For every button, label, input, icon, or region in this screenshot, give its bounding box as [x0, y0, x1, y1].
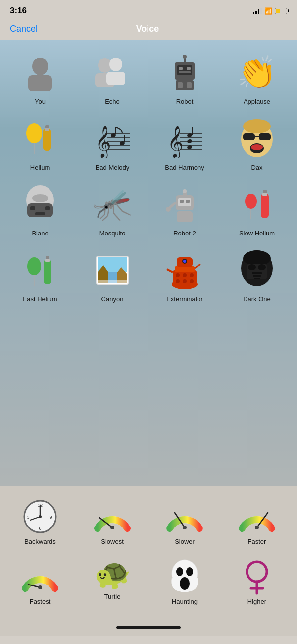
- svg-rect-8: [179, 67, 183, 70]
- svg-rect-70: [44, 259, 51, 284]
- bad-melody-icon: 𝄞: [90, 116, 135, 161]
- slowest-icon: [90, 496, 135, 536]
- svg-rect-10: [179, 71, 191, 73]
- fast-helium-label: Fast Helium: [23, 295, 57, 303]
- voice-item-applause[interactable]: 👏 Applause: [222, 45, 292, 109]
- svg-rect-44: [259, 133, 271, 140]
- speed-item-higher[interactable]: Higher: [222, 551, 292, 609]
- svg-point-112: [183, 526, 187, 529]
- voice-item-helium[interactable]: Helium: [5, 111, 75, 175]
- dax-icon: [235, 116, 279, 161]
- voice-item-robot[interactable]: Robot: [149, 45, 220, 109]
- helium-label: Helium: [30, 164, 50, 171]
- svg-rect-56: [180, 200, 184, 203]
- voice-item-blane[interactable]: Blane: [5, 177, 75, 241]
- svg-point-110: [110, 526, 114, 529]
- voice-item-bad-melody[interactable]: 𝄞 Bad Melody: [77, 111, 148, 175]
- svg-rect-5: [106, 72, 125, 85]
- svg-rect-52: [35, 212, 45, 215]
- svg-text:6: 6: [39, 526, 41, 531]
- blane-icon: [18, 182, 62, 227]
- backwards-icon: 12 9 6 3: [18, 496, 62, 536]
- speed-item-fastest[interactable]: Fastest: [5, 551, 75, 609]
- svg-point-53: [32, 194, 48, 202]
- svg-point-90: [183, 260, 186, 263]
- applause-icon: 👏: [235, 50, 279, 95]
- faster-icon: [235, 496, 279, 536]
- svg-point-114: [255, 526, 259, 529]
- svg-rect-15: [187, 82, 192, 88]
- fast-helium-icon: [18, 248, 62, 293]
- voice-item-bad-harmony[interactable]: 𝄞 Bad Harmony: [149, 111, 220, 175]
- status-icons: 📶: [253, 7, 287, 15]
- svg-point-0: [32, 58, 48, 75]
- svg-point-84: [176, 279, 180, 283]
- voice-item-robot2[interactable]: Robot 2: [149, 177, 220, 241]
- svg-text:𝄞: 𝄞: [167, 126, 184, 158]
- robot2-label: Robot 2: [173, 230, 196, 237]
- svg-text:9: 9: [50, 515, 52, 520]
- svg-point-38: [187, 139, 193, 144]
- speed-grid: 12 9 6 3 Backwards: [5, 491, 292, 549]
- turtle-icon: 🐢: [93, 556, 132, 591]
- voice-item-dax[interactable]: Dax: [222, 111, 292, 175]
- bad-melody-label: Bad Melody: [96, 164, 130, 171]
- cancel-button[interactable]: Cancel: [10, 24, 38, 34]
- voice-item-echo[interactable]: Echo: [77, 45, 148, 109]
- svg-rect-43: [243, 133, 255, 140]
- status-time: 3:16: [10, 6, 27, 16]
- bottom-grid: Fastest 🐢 Turtle H: [5, 551, 292, 609]
- svg-point-82: [183, 273, 187, 277]
- fastest-label: Fastest: [30, 598, 51, 605]
- slow-helium-label: Slow Helium: [239, 230, 275, 237]
- speed-item-slower[interactable]: Slower: [149, 491, 220, 549]
- echo-icon: [90, 50, 135, 95]
- voice-item-slow-helium[interactable]: Slow Helium: [222, 177, 292, 241]
- voice-grid: You Echo: [5, 45, 292, 307]
- robot-label: Robot: [176, 98, 194, 105]
- speed-item-backwards[interactable]: 12 9 6 3 Backwards: [5, 491, 75, 549]
- page-title: Voice: [136, 24, 159, 34]
- nav-bar: Cancel Voice: [0, 20, 297, 40]
- speed-item-haunting[interactable]: Haunting: [149, 551, 220, 609]
- helium-icon: [18, 116, 62, 161]
- canyon-icon: [90, 248, 135, 293]
- svg-rect-65: [261, 193, 269, 218]
- slowest-label: Slowest: [101, 538, 124, 545]
- turtle-label: Turtle: [104, 593, 121, 600]
- voice-item-exterminator[interactable]: Exterminator: [149, 243, 220, 307]
- svg-point-94: [243, 250, 271, 266]
- svg-rect-57: [186, 200, 190, 203]
- mosquito-icon: 🦟: [90, 182, 135, 227]
- voice-item-dark-one[interactable]: Dark One: [222, 243, 292, 307]
- svg-rect-67: [262, 193, 267, 196]
- status-bar: 3:16 📶: [0, 0, 297, 20]
- dark-one-label: Dark One: [243, 295, 271, 303]
- speed-item-faster[interactable]: Faster: [222, 491, 292, 549]
- voice-item-fast-helium[interactable]: Fast Helium: [5, 243, 75, 307]
- svg-rect-9: [187, 67, 191, 70]
- voice-item-you[interactable]: You: [5, 45, 75, 109]
- wifi-icon: 📶: [264, 7, 272, 15]
- haunting-icon: [162, 556, 207, 596]
- speed-item-slowest[interactable]: Slowest: [77, 491, 148, 549]
- svg-rect-18: [43, 128, 51, 151]
- voice-item-canyon[interactable]: Canyon: [77, 243, 148, 307]
- faster-label: Faster: [248, 538, 266, 545]
- echo-label: Echo: [105, 98, 120, 105]
- robot2-icon: [162, 182, 207, 227]
- bad-harmony-label: Bad Harmony: [165, 164, 204, 171]
- svg-point-116: [38, 585, 42, 589]
- svg-point-97: [258, 264, 266, 270]
- applause-label: Applause: [244, 98, 270, 105]
- speed-item-turtle[interactable]: 🐢 Turtle: [77, 551, 148, 609]
- you-label: You: [35, 98, 46, 105]
- exterminator-icon: [162, 248, 207, 293]
- voice-grid-area: You Echo: [0, 40, 297, 486]
- svg-point-120: [180, 577, 190, 590]
- svg-point-16: [26, 123, 42, 143]
- svg-point-59: [183, 189, 187, 193]
- svg-point-86: [190, 279, 194, 283]
- blane-label: Blane: [32, 230, 48, 237]
- voice-item-mosquito[interactable]: 🦟 Mosquito: [77, 177, 148, 241]
